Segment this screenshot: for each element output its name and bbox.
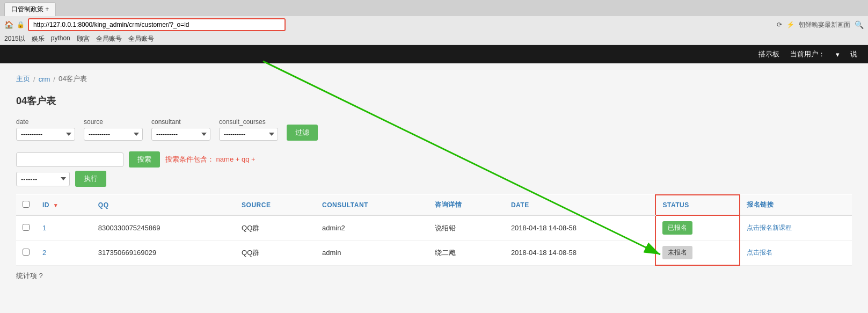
breadcrumb-sep2: / [53,75,55,83]
browser-chrome: 口管制政策 + 🏠 🔒 ⟳ ⚡ 朝鲜晚宴最新画面 🔍 2015以 娱乐 pyth… [0,0,868,45]
row2-consultant: admin [316,241,428,266]
logout-label[interactable]: 说 [850,49,857,59]
search-hint: 搜索条件包含： name + qq + [165,155,256,164]
sort-icon: ▼ [53,202,59,208]
filter-consultant-label: consultant [151,118,210,126]
filter-date-group: date ---------- [16,118,75,141]
action-select[interactable]: ------- [16,172,70,186]
col-consultant-header: CONSULTANT [316,195,428,215]
dashboard-link[interactable]: 搭示板 [758,49,779,59]
row1-source: QQ群 [235,215,316,241]
table-wrapper: ID ▼ QQ SOURCE CONSULTANT 咨询详情 DATE STAT… [16,194,852,281]
select-all-checkbox[interactable] [23,201,30,208]
lightning-icon[interactable]: ⚡ [786,21,794,28]
row2-date: 2018-04-18 14-08-58 [505,241,656,266]
row2-id[interactable]: 2 [36,241,92,266]
row1-reg-link-anchor[interactable]: 点击报名新课程 [747,224,792,231]
filter-consultant-select[interactable]: ---------- [151,128,210,141]
bookmark-account1[interactable]: 全局账号 [96,34,122,43]
filter-date-label: date [16,118,75,126]
row1-consult-detail: 说绍铅 [428,215,505,241]
col-qq-header: QQ [92,195,235,215]
row1-qq: 8300330075245869 [92,215,235,241]
row1-checkbox[interactable] [23,224,30,231]
breadcrumb: 主页 / crm / 04客户表 [16,74,852,84]
address-bar: 🏠 🔒 ⟳ ⚡ 朝鲜晚宴最新画面 🔍 [0,16,868,33]
filter-courses-group: consult_courses ---------- [219,118,278,141]
row1-id[interactable]: 1 [36,215,92,241]
row2-status: 未报名 [655,241,740,266]
data-table: ID ▼ QQ SOURCE CONSULTANT 咨询详情 DATE STAT… [16,194,852,266]
bookmark-entertainment[interactable]: 娱乐 [32,34,45,43]
row2-consult-detail: 绕二飑 [428,241,505,266]
filter-source-group: source ---------- [84,118,143,141]
current-user-label: 当前用户： [790,49,825,59]
row1-status: 已报名 [655,215,740,241]
col-consult-detail-header: 咨询详情 [428,195,505,215]
browser-search-icon[interactable]: 🔍 [855,20,864,29]
home-icon[interactable]: 🏠 [4,20,13,29]
address-input[interactable] [28,18,286,31]
col-source-header: SOURCE [235,195,316,215]
table-header-row: ID ▼ QQ SOURCE CONSULTANT 咨询详情 DATE STAT… [16,195,852,215]
search-row: 搜索 搜索条件包含： name + qq + [16,151,852,168]
refresh-icon[interactable]: ⟳ [777,21,782,28]
col-reg-link-header: 报名链接 [740,195,852,215]
row2-source: QQ群 [235,241,316,266]
nav-icons: ⟳ ⚡ 朝鲜晚宴最新画面 🔍 [777,20,864,30]
row1-status-badge: 已报名 [662,221,692,235]
col-checkbox [16,195,36,215]
tab-bar: 口管制政策 + [0,0,868,16]
row2-checkbox-cell [16,241,36,266]
col-date-header: DATE [505,195,656,215]
col-id-header[interactable]: ID ▼ [36,195,92,215]
row1-checkbox-cell [16,215,36,241]
security-icon: 🔒 [17,21,25,28]
row2-checkbox[interactable] [23,249,30,256]
search-input[interactable] [16,152,123,167]
breadcrumb-current: 04客户表 [59,74,87,84]
app-header: 搭示板 当前用户： ▾ 说 [0,45,868,63]
bookmarks-bar: 2015以 娱乐 python 顾宫 全局账号 全局账号 [0,33,868,45]
page-title: 04客户表 [16,94,852,107]
row2-status-badge: 未报名 [662,246,692,259]
bookmark-gugong[interactable]: 顾宫 [77,34,90,43]
filter-row: date ---------- source ---------- consul… [16,118,852,141]
table-row: 1 8300330075245869 QQ群 admin2 说绍铅 2018-0… [16,215,852,241]
search-button[interactable]: 搜索 [129,151,160,168]
row1-reg-link: 点击报名新课程 [740,215,852,241]
main-content: 主页 / crm / 04客户表 04客户表 date ---------- s… [0,63,868,292]
filter-consultant-group: consultant ---------- [151,118,210,141]
breadcrumb-section[interactable]: crm [39,75,50,83]
dropdown-icon[interactable]: ▾ [836,50,840,59]
action-row: ------- 执行 [16,171,852,187]
filter-button[interactable]: 过滤 [287,125,318,141]
pagination: 统计项 ? [16,271,852,281]
row1-consultant: admin2 [316,215,428,241]
filter-courses-select[interactable]: ---------- [219,128,278,141]
filter-date-select[interactable]: ---------- [16,128,75,141]
bookmark-python[interactable]: python [51,34,70,43]
table-row: 2 317350669169029 QQ群 admin 绕二飑 2018-04-… [16,241,852,266]
row1-date: 2018-04-18 14-08-58 [505,215,656,241]
browser-search-text: 朝鲜晚宴最新画面 [799,20,850,30]
filter-source-label: source [84,118,143,126]
bookmark-2015[interactable]: 2015以 [4,34,25,43]
row2-reg-link-anchor[interactable]: 点击报名 [747,249,772,256]
breadcrumb-sep1: / [33,75,35,83]
col-status-header: STATUS [655,195,740,215]
browser-tab[interactable]: 口管制政策 + [4,2,56,16]
row2-reg-link: 点击报名 [740,241,852,266]
row2-qq: 317350669169029 [92,241,235,266]
filter-courses-label: consult_courses [219,118,278,126]
execute-button[interactable]: 执行 [75,171,106,187]
bookmark-account2[interactable]: 全局账号 [128,34,154,43]
filter-source-select[interactable]: ---------- [84,128,143,141]
breadcrumb-home[interactable]: 主页 [16,74,30,84]
